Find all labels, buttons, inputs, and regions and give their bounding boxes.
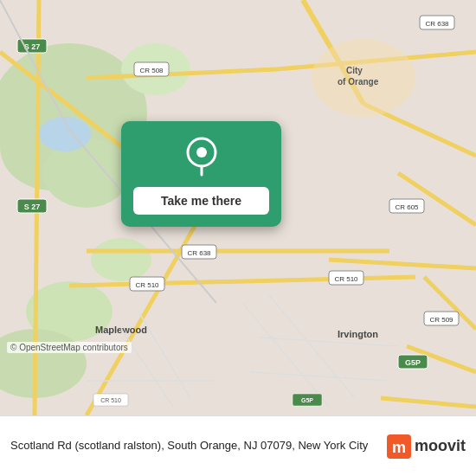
svg-text:CR 510: CR 510 (334, 275, 358, 283)
svg-text:S 27: S 27 (24, 203, 41, 211)
svg-text:G5P: G5P (405, 358, 421, 367)
take-me-there-button[interactable]: Take me there (133, 187, 269, 215)
card-overlay: Take me there (121, 121, 281, 227)
svg-text:CR 638: CR 638 (187, 249, 211, 257)
bottom-bar: Scotland Rd (scotland ralston), South Or… (0, 415, 476, 476)
moovit-logo: m moovit (387, 434, 466, 459)
svg-text:Irvington: Irvington (338, 329, 378, 339)
svg-text:CR 638: CR 638 (425, 20, 449, 28)
svg-text:G5P: G5P (301, 397, 313, 403)
svg-point-62 (196, 147, 207, 158)
map-attribution: © OpenStreetMap contributors (7, 342, 132, 353)
moovit-icon: m (387, 434, 411, 459)
svg-point-6 (91, 238, 151, 281)
svg-text:CR 510: CR 510 (100, 397, 121, 403)
svg-text:CR 509: CR 509 (429, 316, 453, 324)
location-pin-icon (181, 135, 222, 177)
svg-text:m: m (392, 439, 406, 456)
svg-text:CR 605: CR 605 (395, 203, 419, 211)
moovit-logo-text: moovit (415, 437, 466, 455)
svg-text:CR 510: CR 510 (135, 281, 159, 289)
svg-text:of Orange: of Orange (338, 77, 379, 87)
svg-text:City: City (346, 66, 363, 75)
location-text: Scotland Rd (scotland ralston), South Or… (10, 438, 378, 453)
map-container: S 27 CR 508 CR 638 S 27 CR 510 CR 638 CR… (0, 0, 476, 415)
svg-text:CR 508: CR 508 (139, 67, 164, 74)
